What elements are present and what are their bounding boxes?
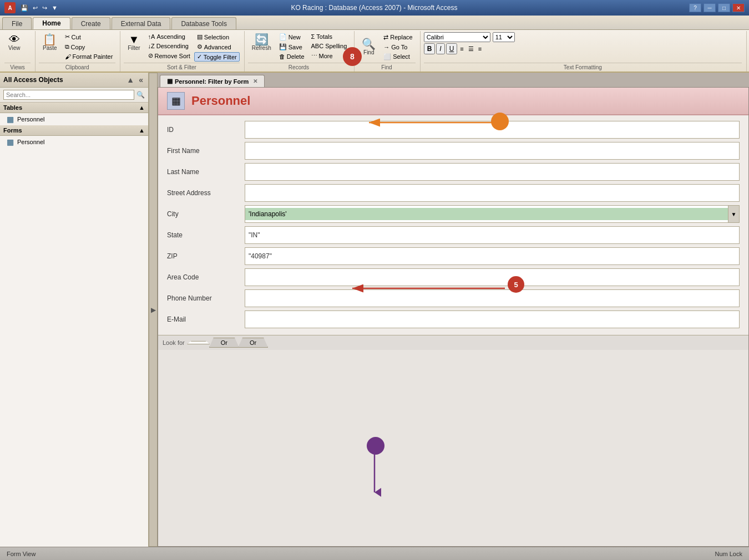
find-icon: 🔍 [362,38,376,49]
status-left: Form View [7,551,36,557]
input-city[interactable] [245,208,728,220]
bold-button[interactable]: B [424,43,436,54]
input-last-name[interactable] [245,163,740,181]
remove-sort-icon: ⊘ [148,52,153,59]
save-quick-btn[interactable]: 💾 [19,3,30,13]
replace-label: Replace [390,34,412,40]
filter-button[interactable]: ▼ Filter [124,32,144,53]
align-center-button[interactable]: ☰ [467,45,475,53]
doc-tab-icon: ▦ [167,78,173,85]
nav-item-tables-personnel[interactable]: ▦ Personnel [0,113,148,125]
descending-label: Descending [156,43,189,49]
tab-create[interactable]: Create [72,17,110,29]
more-button[interactable]: ⋯ More [308,51,350,60]
help-btn[interactable]: ? [689,3,701,12]
selection-icon: ▤ [197,33,203,40]
nav-item-forms-personnel-label: Personnel [17,139,45,145]
nav-section-tables[interactable]: Tables ▲ [0,103,148,113]
delete-button[interactable]: 🗑 Delete [276,52,307,61]
select-button[interactable]: ⬜ Select [381,52,415,62]
totals-button[interactable]: Σ Totals [308,32,350,41]
font-size-select[interactable]: 11 [493,32,515,42]
advanced-icon: ⚙ [197,43,203,50]
save-button[interactable]: 💾 Save [276,42,307,52]
bottom-tab-or2[interactable]: Or [238,338,268,348]
filter-icon: ▼ [129,34,140,45]
views-group: 👁 View Views [2,31,36,72]
selection-button[interactable]: ▤ Selection [194,32,240,42]
minimize-btn[interactable]: ─ [704,3,716,12]
tab-home[interactable]: Home [33,17,70,29]
spelling-button[interactable]: ABC Spelling [308,42,350,50]
sort-filter-group: ▼ Filter ↑A Ascending ↓Z Descending [122,31,244,72]
cut-button[interactable]: ✂ Cut [62,32,116,42]
nav-header: All Access Objects ▲ « [0,73,148,88]
descending-icon: ↓Z [148,43,155,49]
quick-access: 💾 ↩ ↪ ▼ [19,3,59,13]
refresh-button[interactable]: 🔄 Refresh [248,32,275,53]
input-area-code[interactable] [245,268,740,286]
status-bar: Form View Num Lock [0,547,749,560]
undo-btn[interactable]: ↩ [31,3,39,13]
bottom-tab-lookfor[interactable] [187,341,210,344]
align-right-button[interactable]: ≡ [477,45,483,53]
replace-button[interactable]: ⇄ Replace [381,33,415,42]
font-family-select[interactable]: Calibri [424,32,490,42]
nav-collapse-btn[interactable]: ▶ [149,73,158,547]
tab-database-tools[interactable]: Database Tools [171,17,236,29]
nav-chevron-up-icon[interactable]: ▲ [125,75,136,85]
city-dropdown-arrow[interactable]: ▼ [728,206,739,222]
scissors-icon: ✂ [65,33,70,40]
underline-button[interactable]: U [446,43,458,54]
ascending-button[interactable]: ↑A Ascending [145,32,193,41]
close-btn[interactable]: ✕ [732,3,745,12]
sort-filter-label: Sort & Filter [124,63,239,70]
clipboard-label: Clipboard [39,63,115,70]
italic-button[interactable]: I [436,43,444,54]
tab-external-data[interactable]: External Data [112,17,171,29]
tab-file[interactable]: File [2,17,32,29]
doc-tab-personnel-filter[interactable]: ▦ Personnel: Filter by Form ✕ [160,75,265,87]
annotation-phone-arrow [367,437,384,455]
doc-tab-close-icon[interactable]: ✕ [253,78,257,84]
workspace: All Access Objects ▲ « 🔍 Tables ▲ ▦ Pers… [0,73,749,547]
nav-section-forms[interactable]: Forms ▲ [0,125,148,136]
input-zip[interactable] [245,247,740,265]
redo-btn[interactable]: ↪ [41,3,49,13]
input-first-name[interactable] [245,142,740,160]
copy-button[interactable]: ⧉ Copy [62,42,116,52]
new-label: New [289,34,301,40]
format-painter-button[interactable]: 🖌 Format Painter [62,52,116,61]
ascending-label: Ascending [156,33,185,40]
main-area: ▦ Personnel: Filter by Form ✕ ▦ Personne… [158,73,749,547]
quick-access-more[interactable]: ▼ [50,3,59,12]
input-phone-number[interactable] [245,289,740,307]
remove-sort-button[interactable]: ⊘ Remove Sort [145,51,193,60]
window-controls: ? ─ □ ✕ [689,3,745,12]
label-first-name: First Name [167,147,245,155]
search-input[interactable] [3,90,134,100]
toggle-filter-button[interactable]: ✓ Toggle Filter [194,52,240,62]
align-left-button[interactable]: ≡ [458,45,465,53]
input-state[interactable] [245,226,740,244]
field-row-last-name: Last Name [167,162,740,182]
descending-button[interactable]: ↓Z Descending [145,42,193,50]
advanced-label: Advanced [204,44,231,50]
find-button[interactable]: 🔍 Find [358,37,379,57]
input-id[interactable] [245,121,740,139]
advanced-button[interactable]: ⚙ Advanced [194,42,240,52]
access-logo: A [4,2,16,13]
view-button[interactable]: 👁 View [4,32,24,53]
field-row-city: City ▼ [167,204,740,224]
search-icon: 🔍 [136,91,145,99]
bottom-tab-or1[interactable]: Or [209,338,239,348]
restore-btn[interactable]: □ [718,3,730,12]
nav-shutter-icon[interactable]: « [137,75,145,85]
input-email[interactable] [245,310,740,328]
input-street-address[interactable] [245,184,740,202]
nav-title: All Access Objects [3,76,63,84]
nav-item-forms-personnel[interactable]: ▦ Personnel [0,136,148,148]
goto-button[interactable]: → Go To [381,43,415,52]
new-button[interactable]: 📄 New [276,32,307,42]
paste-button[interactable]: 📋 Paste [39,32,61,53]
